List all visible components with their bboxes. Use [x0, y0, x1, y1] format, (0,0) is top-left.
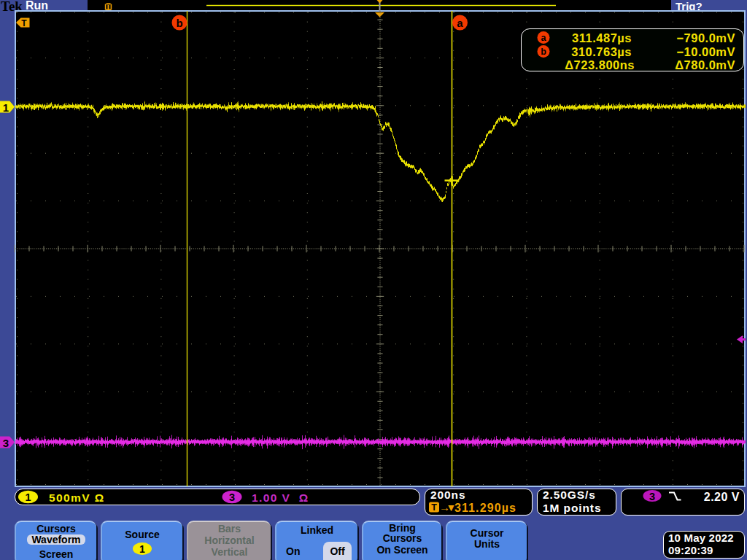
- svg-text:T: T: [431, 502, 437, 513]
- svg-text:2.50GS/s: 2.50GS/s: [543, 489, 596, 501]
- svg-text:500mV Ω: 500mV Ω: [49, 491, 105, 504]
- svg-text:3: 3: [229, 491, 235, 503]
- svg-text:1M points: 1M points: [543, 502, 601, 514]
- svg-text:311.290µs: 311.290µs: [454, 502, 516, 514]
- svg-text:1.00 V Ω: 1.00 V Ω: [252, 491, 309, 504]
- svg-text:1: 1: [139, 543, 145, 555]
- svg-text:200ns: 200ns: [430, 489, 465, 501]
- svg-text:2.20 V: 2.20 V: [704, 491, 740, 503]
- svg-text:3: 3: [649, 491, 655, 502]
- svg-text:1: 1: [25, 491, 31, 503]
